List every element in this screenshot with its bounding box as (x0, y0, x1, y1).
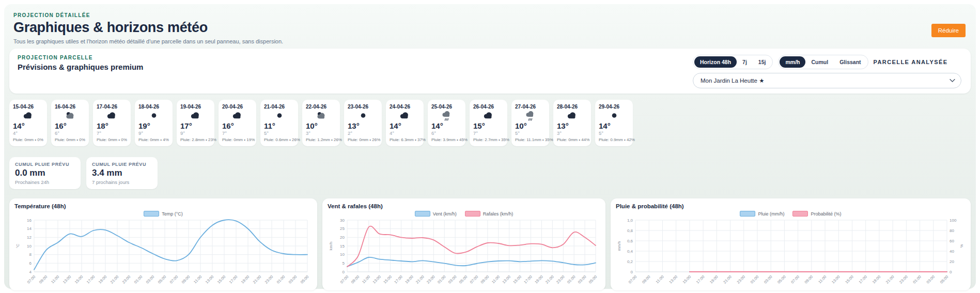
chart-card-pluie-probabilite: Pluie & probabilité (48h)Pluie (mm/h)Pro… (611, 198, 971, 290)
forecast-rain: Pluie: 6.3mm • 37% (390, 137, 420, 142)
svg-text:05:00: 05:00 (157, 274, 167, 285)
svg-text:13:00: 13:00 (62, 274, 72, 285)
forecast-temp-min: 3° (306, 130, 336, 136)
panel-controls: Horizon 48h7j15j mm/hCumulGlissant PARCE… (693, 55, 961, 88)
svg-text:20: 20 (950, 259, 954, 264)
svg-text:60: 60 (950, 239, 954, 243)
svg-text:15:00: 15:00 (682, 274, 692, 285)
reduce-button[interactable]: Réduire (931, 24, 966, 37)
forecast-card: 15-04-2614°4°Pluie: 0mm • 0% (9, 100, 47, 146)
chart-legend: Temp (°C) (14, 210, 312, 218)
svg-text:6: 6 (29, 261, 32, 266)
mode-option[interactable]: Cumul (805, 56, 834, 68)
svg-text:19:00: 19:00 (404, 274, 414, 285)
svg-text:19:00: 19:00 (534, 274, 544, 285)
forecast-card: 18-04-2619°9°Pluie: 0mm • 4% (135, 100, 173, 146)
forecast-icon-wrap (55, 111, 85, 121)
forecast-temp-max: 18° (97, 121, 127, 130)
svg-text:21:00: 21:00 (885, 274, 895, 285)
svg-text:01:00: 01:00 (566, 274, 577, 285)
horizon-option[interactable]: 7j (737, 56, 753, 68)
mode-option[interactable]: Glissant (834, 56, 866, 68)
chart-title: Vent & rafales (48h) (328, 203, 600, 209)
legend-label: Temp (°C) (162, 211, 183, 217)
svg-text:19:00: 19:00 (98, 274, 108, 285)
forecast-icon-wrap (180, 111, 211, 121)
svg-text:23:00: 23:00 (121, 274, 132, 285)
cloud-icon (398, 111, 412, 121)
forecast-icon-wrap (390, 111, 420, 121)
forecast-card: 24-04-2614°4°Pluie: 6.3mm • 37% (386, 100, 424, 146)
forecast-rain: Pluie: 0mm • 4% (138, 137, 169, 142)
legend-entry: Vent (km/h) (415, 211, 457, 217)
forecast-temp-max: 15° (473, 121, 504, 130)
svg-text:0,4: 0,4 (627, 249, 633, 254)
legend-swatch (792, 211, 808, 217)
daily-forecast-row: 15-04-2614°4°Pluie: 0mm • 0%16-04-2616°6… (9, 100, 971, 146)
svg-text:17:00: 17:00 (858, 274, 868, 285)
forecast-date: 16-04-26 (55, 104, 85, 110)
forecast-date: 22-04-26 (306, 104, 336, 110)
svg-text:11:00: 11:00 (655, 274, 665, 284)
mode-option[interactable]: mm/h (780, 56, 805, 68)
svg-text:17:00: 17:00 (695, 274, 706, 285)
parcel-analyzed-label: PARCELLE ANALYSÉE (874, 59, 948, 65)
partly-icon (315, 111, 328, 121)
svg-text:09:00: 09:00 (480, 274, 490, 285)
svg-text:11:00: 11:00 (50, 274, 60, 284)
forecast-temp-max: 14° (390, 121, 420, 130)
summary-label: CUMUL PLUIE PRÉVU (92, 162, 152, 167)
forecast-date: 18-04-26 (138, 104, 169, 110)
forecast-rain: Pluie: 1.2mm • 26% (306, 137, 336, 142)
chart-legend: Vent (km/h)Rafales (km/h) (328, 210, 600, 218)
page-title: Graphiques & horizons météo (13, 20, 283, 36)
svg-text:05:00: 05:00 (588, 274, 598, 285)
forecast-temp-min: 6° (431, 130, 462, 136)
forecast-temp-max: 10° (306, 121, 336, 130)
forecast-temp-min: 5° (264, 130, 294, 136)
rain-summary-card: CUMUL PLUIE PRÉVU0.0 mmProchaines 24h (9, 157, 81, 189)
svg-text:40: 40 (950, 249, 954, 254)
svg-text:10: 10 (340, 252, 345, 257)
svg-text:0,8: 0,8 (627, 228, 633, 233)
svg-text:0: 0 (631, 270, 633, 274)
svg-text:03:00: 03:00 (288, 274, 298, 285)
horizon-option[interactable]: 15j (753, 56, 772, 68)
forecast-date: 26-04-26 (473, 104, 504, 110)
forecast-date: 25-04-26 (431, 104, 462, 110)
forecast-icon-wrap (557, 111, 587, 121)
svg-text:21:00: 21:00 (415, 274, 425, 285)
rain-summary-card: CUMUL PLUIE PRÉVU3.4 mm7 prochains jours (86, 157, 158, 189)
forecast-rain: Pluie: 0mm • 0% (13, 137, 43, 142)
forecast-date: 28-04-26 (557, 104, 587, 110)
svg-text:30: 30 (340, 218, 345, 223)
svg-text:km/h: km/h (329, 242, 333, 250)
svg-text:07:00: 07:00 (169, 274, 179, 285)
svg-text:0,6: 0,6 (627, 239, 633, 243)
section-eyebrow: PROJECTION DÉTAILLÉE (13, 12, 283, 18)
svg-text:15:00: 15:00 (382, 274, 393, 285)
svg-text:15:00: 15:00 (512, 274, 522, 285)
sun-icon (356, 111, 370, 121)
svg-text:°C: °C (15, 243, 20, 248)
svg-text:03:00: 03:00 (447, 274, 458, 285)
svg-text:1,0: 1,0 (627, 218, 633, 223)
svg-text:15: 15 (340, 244, 345, 249)
forecast-date: 24-04-26 (390, 104, 420, 110)
svg-text:07:00: 07:00 (26, 274, 37, 285)
forecast-temp-max: 10° (515, 121, 546, 130)
forecast-date: 21-04-26 (264, 104, 294, 110)
svg-text:05:00: 05:00 (300, 274, 310, 285)
svg-text:15:00: 15:00 (74, 274, 84, 285)
svg-text:03:00: 03:00 (145, 274, 155, 285)
forecast-card: 26-04-2615°7°Pluie: 2.7mm • 35% (470, 100, 507, 146)
svg-text:5: 5 (343, 261, 345, 266)
chart-card-vent-rafales: Vent & rafales (48h)Vent (km/h)Rafales (… (322, 198, 605, 290)
forecast-card: 27-04-2610°5°Pluie: 11.1mm • 35% (511, 100, 549, 146)
forecast-temp-min: 9° (138, 130, 169, 136)
forecast-temp-min: 6° (55, 130, 85, 136)
parcel-select[interactable]: Mon Jardin La Heutte ★ (693, 73, 961, 88)
forecast-card: 19-04-2617°9°Pluie: 2.8mm • 23% (177, 100, 214, 146)
horizon-option[interactable]: Horizon 48h (694, 56, 737, 68)
svg-text:03:00: 03:00 (926, 274, 936, 285)
